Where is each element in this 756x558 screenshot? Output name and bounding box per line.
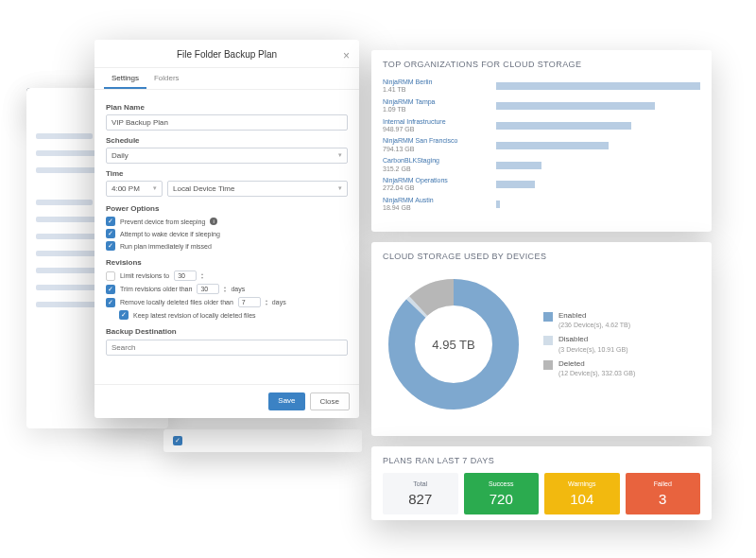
modal-body: Plan Name VIP Backup Plan Schedule Daily… — [94, 90, 359, 384]
org-row[interactable]: NinjaRMM Austin18.94 GB — [371, 195, 712, 215]
modal-title: File Folder Backup Plan × — [94, 40, 359, 68]
stat-success[interactable]: Success 720 — [464, 473, 540, 514]
remove-deleted-stepper[interactable]: ▴▾ — [266, 299, 267, 306]
close-icon[interactable]: × — [343, 49, 350, 62]
legend-swatch — [543, 360, 553, 370]
org-value: 272.04 GB — [383, 184, 496, 192]
tab-folders[interactable]: Folders — [146, 68, 187, 89]
org-value: 315.2 GB — [383, 166, 496, 173]
keep-latest-deleted-checkbox[interactable]: ✓ — [119, 310, 129, 320]
backup-destination-search[interactable] — [106, 340, 348, 356]
check-icon[interactable]: ✓ — [173, 436, 182, 445]
run-if-missed-label: Run plan immediately if missed — [120, 243, 212, 250]
backup-plan-modal: File Folder Backup Plan × Settings Folde… — [94, 40, 359, 418]
power-options-heading: Power Options — [106, 204, 348, 213]
legend-sublabel: (12 Device(s), 332.03 GB) — [558, 369, 635, 377]
legend-item[interactable]: Disabled(3 Device(s), 10.91 GB) — [543, 335, 700, 353]
trim-older-input[interactable]: 30 — [197, 284, 219, 294]
schedule-label: Schedule — [106, 136, 348, 145]
revisions-heading: Revisions — [106, 258, 348, 267]
org-name: NinjaRMM Tampa — [383, 98, 496, 106]
org-value: 1.09 TB — [383, 106, 496, 113]
modal-footer: Save Close — [94, 384, 359, 418]
backup-destination-heading: Backup Destination — [106, 327, 348, 336]
keep-latest-deleted-label: Keep latest revision of locally deleted … — [133, 312, 256, 319]
timezone-select[interactable]: Local Device Time — [167, 181, 348, 197]
background-checkbox-card: ✓ — [163, 429, 362, 452]
org-bar — [496, 201, 700, 208]
donut-total: 4.95 TB — [383, 273, 524, 415]
org-bar — [496, 82, 700, 90]
trim-older-label: Trim revisions older than — [120, 286, 192, 292]
legend-swatch — [543, 312, 553, 322]
org-name: NinjaRMM Austin — [383, 197, 496, 204]
stat-warnings[interactable]: Warnings 104 — [544, 473, 620, 514]
top-orgs-card: TOP ORGANIZATIONS FOR CLOUD STORAGE Ninj… — [371, 50, 712, 232]
remove-deleted-input[interactable]: 7 — [238, 297, 261, 307]
plan-name-input[interactable]: VIP Backup Plan — [106, 114, 348, 131]
plan-name-label: Plan Name — [106, 103, 348, 112]
legend-sublabel: (236 Device(s), 4.62 TB) — [558, 321, 630, 329]
plans-ran-title: PLANS RAN LAST 7 DAYS — [371, 446, 712, 473]
legend-label: Deleted — [558, 359, 635, 369]
org-bar — [496, 142, 700, 149]
org-row[interactable]: NinjaRMM Operations272.04 GB — [371, 175, 712, 195]
close-button[interactable]: Close — [310, 392, 350, 410]
legend-item[interactable]: Enabled(236 Device(s), 4.62 TB) — [543, 311, 700, 329]
trim-older-unit: days — [231, 286, 245, 292]
stat-failed[interactable]: Failed 3 — [626, 473, 701, 514]
time-label: Time — [106, 169, 348, 178]
trim-older-checkbox[interactable]: ✓ — [106, 285, 115, 294]
limit-revisions-label: Limit revisions to — [120, 272, 169, 279]
modal-tabs: Settings Folders — [94, 68, 359, 90]
org-name: Internal Infrastructure — [383, 118, 496, 126]
limit-revisions-stepper[interactable]: ▴▾ — [201, 272, 203, 280]
remove-deleted-checkbox[interactable]: ✓ — [106, 298, 115, 307]
org-row[interactable]: CarbonBLKStaging315.2 GB — [371, 155, 712, 175]
donut-chart: 4.95 TB — [383, 273, 524, 415]
top-orgs-title: TOP ORGANIZATIONS FOR CLOUD STORAGE — [371, 50, 712, 77]
org-bar — [496, 162, 700, 169]
plans-ran-card: PLANS RAN LAST 7 DAYS Total 827 Success … — [371, 446, 712, 520]
org-name: CarbonBLKStaging — [383, 157, 496, 165]
org-value: 948.97 GB — [383, 126, 496, 133]
org-name: NinjaRMM Berlin — [383, 78, 496, 86]
org-value: 1.41 TB — [383, 86, 496, 94]
trim-older-stepper[interactable]: ▴▾ — [224, 286, 226, 293]
prevent-sleep-checkbox[interactable]: ✓ — [106, 217, 115, 226]
org-value: 794.13 GB — [383, 146, 496, 153]
org-name: NinjaRMM Operations — [383, 177, 496, 184]
donut-legend: Enabled(236 Device(s), 4.62 TB)Disabled(… — [524, 305, 700, 383]
schedule-select[interactable]: Daily — [106, 148, 348, 164]
info-icon[interactable]: i — [210, 218, 217, 225]
remove-deleted-unit: days — [272, 299, 286, 305]
legend-sublabel: (3 Device(s), 10.91 GB) — [558, 345, 628, 354]
limit-revisions-input[interactable]: 30 — [174, 270, 197, 281]
org-value: 18.94 GB — [383, 204, 496, 212]
cloud-storage-card: CLOUD STORAGE USED BY DEVICES 4.95 TB En… — [371, 242, 712, 436]
legend-swatch — [543, 336, 553, 345]
remove-deleted-label: Remove locally deleted files older than — [120, 299, 233, 305]
stat-total[interactable]: Total 827 — [383, 473, 458, 514]
save-button[interactable]: Save — [268, 392, 304, 410]
org-row[interactable]: NinjaRMM Berlin1.41 TB — [371, 77, 712, 96]
org-row[interactable]: NinjaRMM Tampa1.09 TB — [371, 96, 712, 116]
wake-device-checkbox[interactable]: ✓ — [106, 229, 115, 238]
org-bar — [496, 102, 700, 110]
org-name: NinjaRMM San Francisco — [383, 137, 496, 145]
prevent-sleep-label: Prevent device from sleeping — [120, 218, 205, 225]
limit-revisions-checkbox[interactable] — [106, 271, 115, 281]
wake-device-label: Attempt to wake device if sleeping — [120, 231, 220, 237]
org-bar — [496, 181, 700, 188]
legend-label: Enabled — [558, 311, 630, 321]
run-if-missed-checkbox[interactable]: ✓ — [106, 241, 115, 251]
org-row[interactable]: Internal Infrastructure948.97 GB — [371, 116, 712, 136]
time-input[interactable]: 4:00 PM — [106, 181, 163, 197]
org-row[interactable]: NinjaRMM San Francisco794.13 GB — [371, 135, 712, 155]
tab-settings[interactable]: Settings — [104, 68, 146, 89]
legend-label: Disabled — [558, 335, 628, 344]
cloud-storage-title: CLOUD STORAGE USED BY DEVICES — [371, 242, 712, 269]
org-bar — [496, 122, 700, 130]
legend-item[interactable]: Deleted(12 Device(s), 332.03 GB) — [543, 359, 700, 377]
